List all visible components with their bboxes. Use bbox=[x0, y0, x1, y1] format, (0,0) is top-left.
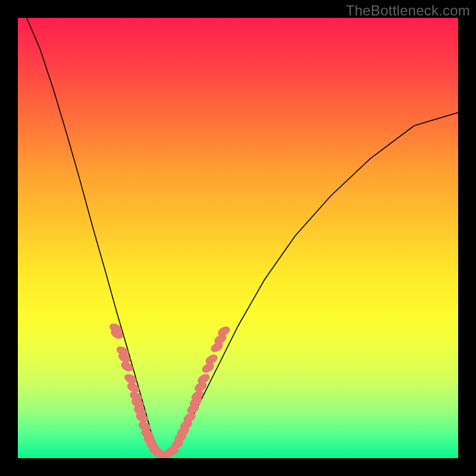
marker-group bbox=[108, 321, 231, 458]
plot-area bbox=[18, 18, 458, 458]
chart-svg bbox=[18, 18, 458, 458]
watermark-text: TheBottleneck.com bbox=[346, 2, 470, 19]
bottleneck-curve bbox=[27, 18, 458, 454]
chart-frame: TheBottleneck.com bbox=[0, 0, 476, 476]
